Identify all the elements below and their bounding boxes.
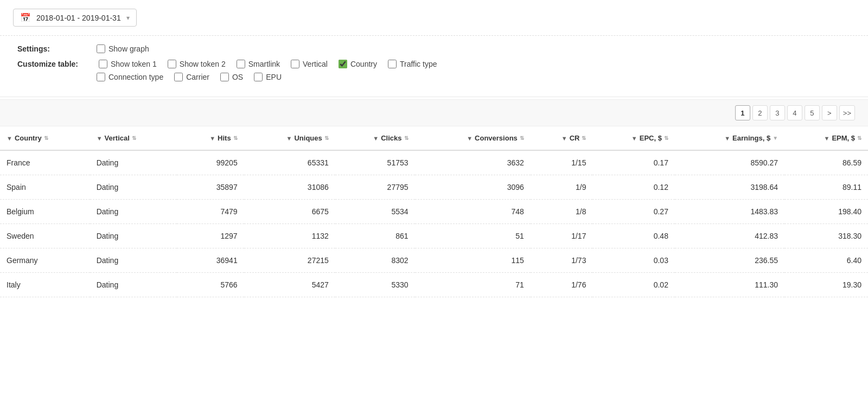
epm-sort-icon[interactable]: ⇅ — [857, 135, 861, 141]
cell-uniques: 1132 — [244, 224, 335, 248]
cell-country: Spain — [0, 175, 90, 200]
conversions-filter-icon[interactable]: ▼ — [467, 135, 473, 142]
col-hits-label: Hits — [218, 134, 231, 142]
hits-filter-icon[interactable]: ▼ — [209, 135, 215, 142]
epc-filter-icon[interactable]: ▼ — [631, 135, 637, 142]
col-conversions[interactable]: ▼ Conversions ⇅ — [415, 126, 531, 150]
traffic-type-item[interactable]: Traffic type — [388, 60, 437, 68]
vertical-checkbox[interactable] — [291, 60, 299, 68]
smartlink-label: Smartlink — [248, 60, 280, 68]
date-picker[interactable]: 📅 2018-01-01 - 2019-01-31 ▾ — [13, 9, 137, 27]
cell-conversions: 71 — [415, 273, 531, 297]
cell-uniques: 5427 — [244, 273, 335, 297]
cell-vertical: Dating — [90, 175, 177, 200]
country-item[interactable]: Country — [339, 60, 377, 68]
hits-sort-icon[interactable]: ⇅ — [233, 135, 238, 141]
cell-vertical: Dating — [90, 273, 177, 297]
uniques-filter-icon[interactable]: ▼ — [286, 135, 292, 142]
os-checkbox[interactable] — [220, 73, 229, 81]
cell-hits: 99205 — [177, 150, 244, 175]
show-token2-checkbox[interactable] — [168, 60, 176, 68]
cell-clicks: 861 — [335, 224, 415, 248]
vertical-sort-icon[interactable]: ⇅ — [132, 135, 136, 141]
col-earnings-label: Earnings, $ — [732, 134, 770, 142]
col-conversions-label: Conversions — [475, 134, 518, 142]
clicks-sort-icon[interactable]: ⇅ — [404, 135, 409, 141]
show-token1-checkbox[interactable] — [99, 60, 107, 68]
settings-row: Settings: Show graph — [17, 44, 851, 53]
epm-filter-icon[interactable]: ▼ — [824, 135, 829, 142]
cell-cr: 1/9 — [531, 175, 593, 200]
cell-vertical: Dating — [90, 248, 177, 273]
earnings-filter-icon[interactable]: ▼ — [724, 135, 730, 142]
clicks-filter-icon[interactable]: ▼ — [373, 135, 379, 142]
col-earnings[interactable]: ▼ Earnings, $ ▼ — [675, 126, 784, 150]
page-next-button[interactable]: > — [822, 105, 837, 120]
col-clicks[interactable]: ▼ Clicks ⇅ — [335, 126, 415, 150]
carrier-checkbox[interactable] — [174, 73, 183, 81]
page-5-button[interactable]: 5 — [805, 105, 820, 120]
page-last-button[interactable]: >> — [839, 105, 855, 120]
col-epc[interactable]: ▼ EPC, $ ⇅ — [592, 126, 674, 150]
os-item[interactable]: OS — [220, 73, 243, 81]
country-checkbox[interactable] — [339, 60, 347, 68]
cell-epc: 0.02 — [592, 273, 674, 297]
vertical-filter-icon[interactable]: ▼ — [97, 135, 103, 142]
cell-country: Belgium — [0, 200, 90, 224]
show-token1-item[interactable]: Show token 1 — [99, 60, 157, 68]
page-3-button[interactable]: 3 — [770, 105, 785, 120]
cell-uniques: 27215 — [244, 248, 335, 273]
settings-label: Settings: — [17, 44, 88, 53]
country-sort-icon[interactable]: ⇅ — [44, 135, 48, 141]
cell-epc: 0.27 — [592, 200, 674, 224]
smartlink-item[interactable]: Smartlink — [237, 60, 280, 68]
uniques-sort-icon[interactable]: ⇅ — [324, 135, 329, 141]
col-vertical[interactable]: ▼ Vertical ⇅ — [90, 126, 177, 150]
calendar-icon: 📅 — [20, 12, 31, 23]
cell-epm: 89.11 — [784, 175, 868, 200]
col-epm[interactable]: ▼ EPM, $ ⇅ — [784, 126, 868, 150]
traffic-type-checkbox[interactable] — [388, 60, 397, 68]
cell-earnings: 3198.64 — [675, 175, 784, 200]
page-2-button[interactable]: 2 — [752, 105, 768, 120]
customize-label: Customize table: — [17, 60, 88, 68]
show-token2-item[interactable]: Show token 2 — [168, 60, 226, 68]
page-4-button[interactable]: 4 — [787, 105, 802, 120]
col-cr-label: CR — [570, 134, 580, 142]
cell-epm: 86.59 — [784, 150, 868, 175]
carrier-item[interactable]: Carrier — [174, 73, 209, 81]
col-cr[interactable]: ▼ CR ⇅ — [531, 126, 593, 150]
cell-country: Sweden — [0, 224, 90, 248]
os-label: OS — [232, 73, 243, 81]
country-filter-icon[interactable]: ▼ — [7, 135, 12, 142]
cell-vertical: Dating — [90, 150, 177, 175]
cell-clicks: 8302 — [335, 248, 415, 273]
col-country[interactable]: ▼ Country ⇅ — [0, 126, 90, 150]
smartlink-checkbox[interactable] — [237, 60, 245, 68]
earnings-sort-icon[interactable]: ▼ — [773, 135, 778, 141]
vertical-item[interactable]: Vertical — [291, 60, 328, 68]
cell-epm: 318.30 — [784, 224, 868, 248]
cr-sort-icon[interactable]: ⇅ — [582, 135, 586, 141]
col-uniques[interactable]: ▼ Uniques ⇅ — [244, 126, 335, 150]
page-1-button[interactable]: 1 — [735, 105, 750, 120]
table-row: ItalyDating576654275330711/760.02111.301… — [0, 273, 868, 297]
cell-country: France — [0, 150, 90, 175]
cell-epc: 0.12 — [592, 175, 674, 200]
show-graph-item[interactable]: Show graph — [97, 44, 149, 53]
show-graph-checkbox[interactable] — [97, 44, 105, 53]
cell-epc: 0.48 — [592, 224, 674, 248]
middle-separator — [0, 97, 868, 97]
connection-type-checkbox[interactable] — [97, 73, 105, 81]
top-bar: 📅 2018-01-01 - 2019-01-31 ▾ — [0, 0, 868, 35]
connection-type-item[interactable]: Connection type — [97, 73, 163, 81]
epu-checkbox[interactable] — [254, 73, 263, 81]
conversions-sort-icon[interactable]: ⇅ — [520, 135, 524, 141]
epc-sort-icon[interactable]: ⇅ — [664, 135, 668, 141]
cell-cr: 1/76 — [531, 273, 593, 297]
cell-cr: 1/17 — [531, 224, 593, 248]
connection-type-label: Connection type — [108, 73, 163, 81]
cr-filter-icon[interactable]: ▼ — [561, 135, 567, 142]
col-hits[interactable]: ▼ Hits ⇅ — [177, 126, 244, 150]
epu-item[interactable]: EPU — [254, 73, 282, 81]
